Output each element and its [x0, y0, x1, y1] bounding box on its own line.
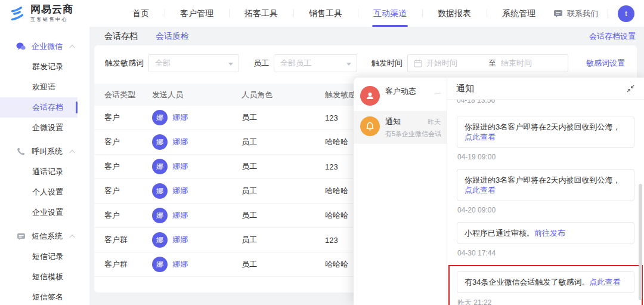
sidebar-group-label: 短信系统: [32, 231, 63, 242]
sensitive-word-filter-label: 触发敏感词: [105, 58, 144, 69]
chevron-down-icon: [346, 63, 351, 66]
sender-avatar: 娜: [152, 134, 168, 150]
tab-session-archive[interactable]: 会话存档: [104, 31, 138, 42]
sensitive-word-select[interactable]: 全部: [148, 54, 239, 72]
range-separator: 至: [488, 58, 496, 69]
message-timestamp: 04-30 17:44: [457, 249, 634, 257]
message-timestamp: 04-18 13:56: [457, 100, 634, 106]
message-text: 小程序已通过审核。: [465, 229, 534, 238]
start-time-placeholder: 开始时间: [426, 58, 457, 69]
sender-avatar: 娜: [152, 183, 168, 199]
sidebar-item-enterprise-settings[interactable]: 企业设置: [0, 202, 78, 223]
sidebar-item-personal-settings[interactable]: 个人设置: [0, 182, 78, 202]
conversation-item-notifications[interactable]: 通知 昨天 有5条企业微信会话触发...: [354, 111, 447, 144]
wechat-icon: [16, 42, 26, 51]
publish-link[interactable]: 前往发布: [534, 229, 565, 238]
tab-bar: 会话存档 会话质检 会话存档设置: [89, 27, 644, 45]
sms-icon: [16, 232, 26, 241]
message-timestamp: 04-19 09:00: [457, 153, 634, 161]
sidebar-item-call-records[interactable]: 通话记录: [0, 162, 78, 182]
message-text: 你跟进的3名客户即将在2天内被回收到公海，: [465, 122, 620, 131]
nav-item-home[interactable]: 首页: [117, 0, 165, 27]
notification-message: 小程序已通过审核。前往发布: [457, 222, 634, 244]
chevron-down-icon: [228, 63, 233, 66]
conversation-time: 昨天: [428, 118, 441, 127]
notification-conversation-list: 客户动态 ... 通知 昨天 有5条企业微信会: [354, 78, 447, 305]
sidebar-item-sms-templates[interactable]: 短信模板: [0, 267, 78, 287]
sender-avatar: 娜: [152, 257, 168, 272]
nav-item-sales-tools[interactable]: 销售工具: [293, 0, 358, 27]
conversation-item-customer-activity[interactable]: 客户动态 ...: [354, 81, 447, 111]
sidebar-item-group-send-records[interactable]: 群发记录: [0, 57, 78, 77]
cell-session-type: 客户群: [94, 259, 152, 270]
main-nav: 首页 客户管理 拓客工具 销售工具 互动渠道 数据报表 系统管理: [117, 0, 551, 27]
sender-avatar: 娜: [152, 208, 168, 223]
sidebar: 企业微信 群发记录 欢迎语 会话存档 企微设置 呼叫系统 通话记录 个人设置 企…: [0, 27, 89, 305]
view-details-link[interactable]: 点此查看: [465, 133, 496, 141]
sidebar-group-wecom[interactable]: 企业微信: [0, 36, 89, 57]
sidebar-item-sms-signatures[interactable]: 短信签名: [0, 287, 78, 305]
sender-name-link[interactable]: 娜娜: [172, 235, 188, 245]
annotation-box: 有34条企业微信会话触发了敏感词。点此查看 昨天 21:22 有5条企业微信会话…: [448, 265, 643, 305]
nav-item-prospecting-tools[interactable]: 拓客工具: [229, 0, 293, 27]
sidebar-item-session-archive[interactable]: 会话存档: [0, 97, 78, 118]
sidebar-group-call-system[interactable]: 呼叫系统: [0, 141, 89, 162]
filter-bar: 触发敏感词 全部 员工 全部员工 触发时间: [94, 45, 637, 80]
sidebar-group-sms-system[interactable]: 短信系统: [0, 226, 89, 247]
nav-item-data-reports[interactable]: 数据报表: [422, 0, 487, 27]
staff-filter-label: 员工: [253, 58, 269, 69]
notification-panel: 客户动态 ... 通知 昨天 有5条企业微信会: [354, 78, 644, 305]
column-header-sender: 发送人员: [152, 90, 242, 100]
scrollbar[interactable]: [639, 184, 642, 300]
sidebar-group-label: 呼叫系统: [32, 146, 63, 157]
notification-detail: 通知 04-18 13:56 你跟进的3名客户即将在2天内被回收到公海，点此查看…: [447, 78, 644, 305]
cell-role: 员工: [242, 112, 325, 123]
sender-name-link[interactable]: 娜娜: [172, 112, 188, 123]
sidebar-item-wecom-settings[interactable]: 企微设置: [0, 118, 78, 138]
sender-avatar: 娜: [152, 110, 168, 125]
conversation-title: 通知: [385, 116, 401, 127]
conversation-preview: 有5条企业微信会话触发...: [385, 130, 441, 138]
sender-avatar: 娜: [152, 232, 168, 248]
view-details-link[interactable]: 点此查看: [465, 186, 496, 195]
staff-select-value: 全部员工: [280, 58, 311, 69]
notification-message-highlighted: 有34条企业微信会话触发了敏感词。点此查看: [457, 271, 634, 293]
sender-name-link[interactable]: 娜娜: [172, 161, 188, 172]
collapse-icon[interactable]: [626, 84, 635, 93]
chevron-up-icon: [69, 149, 75, 155]
notification-detail-title: 通知: [456, 83, 474, 94]
nav-item-customer-management[interactable]: 客户管理: [165, 0, 229, 27]
sender-avatar: 娜: [152, 159, 168, 174]
sidebar-item-sms-records[interactable]: 短信记录: [0, 247, 78, 267]
person-icon: [360, 86, 380, 106]
sender-name-link[interactable]: 娜娜: [172, 137, 188, 147]
sidebar-item-welcome-message[interactable]: 欢迎语: [0, 77, 78, 97]
cell-session-type: 客户: [94, 137, 152, 147]
contact-us-label: 联系我们: [567, 8, 598, 19]
tab-session-quality-check[interactable]: 会话质检: [156, 31, 189, 42]
sensitive-word-select-value: 全部: [155, 58, 171, 69]
archive-settings-link[interactable]: 会话存档设置: [589, 31, 636, 42]
notification-message-list: 04-18 13:56 你跟进的3名客户即将在2天内被回收到公海，点此查看 04…: [447, 100, 644, 305]
sender-name-link[interactable]: 娜娜: [172, 210, 188, 221]
cell-session-type: 客户群: [94, 235, 152, 245]
view-details-link[interactable]: 点此查看: [589, 278, 620, 286]
cell-session-type: 客户: [94, 186, 152, 196]
column-header-role: 人员角色: [242, 90, 325, 100]
brand-subtitle: 互客销售中心: [30, 16, 73, 23]
sender-name-link[interactable]: 娜娜: [172, 186, 188, 196]
user-avatar[interactable]: t: [618, 5, 634, 22]
cell-role: 员工: [242, 137, 325, 147]
sender-name-link[interactable]: 娜娜: [172, 259, 188, 270]
bell-icon: [360, 116, 380, 136]
cell-session-type: 客户: [94, 210, 152, 221]
nav-item-interactive-channels[interactable]: 互动渠道: [358, 0, 422, 27]
nav-item-system-management[interactable]: 系统管理: [487, 0, 551, 27]
message-text: 有34条企业微信会话触发了敏感词。: [465, 278, 589, 286]
sensitive-word-settings-link[interactable]: 敏感词设置: [586, 58, 625, 69]
cell-role: 员工: [242, 210, 325, 221]
staff-select[interactable]: 全部员工: [274, 54, 357, 72]
contact-us-button[interactable]: 联系我们: [553, 8, 598, 19]
trigger-time-range-input[interactable]: 开始时间 至 结束时间: [407, 54, 568, 72]
brand-logo[interactable]: 网易云商 互客销售中心: [8, 4, 92, 23]
